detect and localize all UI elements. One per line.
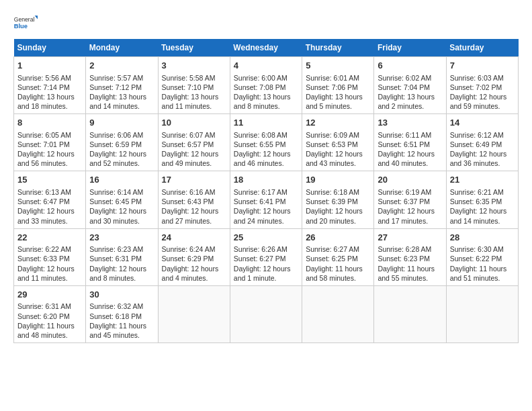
calendar-cell: 26Sunrise: 6:27 AMSunset: 6:25 PMDayligh… (302, 228, 374, 285)
day-info: Daylight: 13 hours (234, 92, 298, 101)
day-info: Sunrise: 6:07 AM (162, 130, 226, 140)
column-header-friday: Friday (374, 39, 446, 57)
day-info: Sunset: 6:20 PM (17, 312, 82, 321)
day-info: Daylight: 11 hours (89, 321, 154, 330)
column-header-saturday: Saturday (446, 39, 518, 57)
day-number: 20 (378, 174, 442, 186)
day-info: and 33 minutes. (17, 216, 82, 226)
day-info: Daylight: 12 hours (306, 206, 370, 216)
day-info: Daylight: 13 hours (89, 92, 154, 101)
day-number: 22 (17, 232, 82, 244)
day-info: and 24 minutes. (234, 216, 298, 226)
day-info: and 4 minutes. (162, 273, 226, 283)
day-info: and 48 minutes. (17, 330, 82, 340)
day-info: and 58 minutes. (306, 273, 370, 283)
day-info: Sunrise: 6:00 AM (234, 73, 298, 83)
day-info: Sunset: 6:29 PM (162, 254, 226, 263)
day-info: and 8 minutes. (89, 273, 154, 283)
day-info: Sunset: 6:33 PM (17, 254, 82, 263)
day-info: Sunset: 7:01 PM (17, 140, 82, 149)
day-info: and 14 minutes. (89, 101, 154, 111)
column-header-thursday: Thursday (302, 39, 374, 57)
day-info: Daylight: 12 hours (89, 149, 154, 158)
logo-bird-icon: General Blue (13, 13, 38, 32)
day-info: Daylight: 12 hours (89, 264, 154, 273)
day-info: Sunset: 6:53 PM (306, 140, 370, 149)
day-info: Sunrise: 6:02 AM (378, 73, 442, 83)
day-number: 29 (17, 289, 82, 301)
day-info: Sunrise: 6:21 AM (450, 187, 515, 197)
day-info: Sunrise: 6:22 AM (17, 244, 82, 254)
day-info: Sunset: 7:08 PM (234, 83, 298, 92)
day-number: 18 (234, 174, 298, 186)
day-info: Daylight: 12 hours (17, 206, 82, 216)
day-info: Daylight: 11 hours (306, 264, 370, 273)
calendar-body: 1Sunrise: 5:56 AMSunset: 7:14 PMDaylight… (14, 57, 519, 343)
day-number: 7 (450, 60, 515, 72)
day-number: 30 (89, 289, 154, 301)
day-info: Sunset: 6:57 PM (162, 140, 226, 149)
day-number: 8 (17, 117, 82, 129)
day-number: 26 (306, 232, 370, 244)
day-number: 15 (17, 174, 82, 186)
day-info: Sunrise: 6:32 AM (89, 302, 154, 311)
day-info: and 56 minutes. (17, 158, 82, 168)
day-info: and 30 minutes. (89, 216, 154, 226)
day-info: Sunrise: 6:23 AM (89, 244, 154, 254)
day-info: Sunrise: 6:24 AM (162, 244, 226, 254)
calendar-cell: 16Sunrise: 6:14 AMSunset: 6:45 PMDayligh… (86, 171, 158, 228)
day-info: and 36 minutes. (450, 158, 515, 168)
day-number: 5 (306, 60, 370, 72)
day-info: Sunrise: 6:31 AM (17, 302, 82, 311)
day-info: and 1 minute. (234, 273, 298, 283)
calendar-cell: 12Sunrise: 6:09 AMSunset: 6:53 PMDayligh… (302, 114, 374, 171)
day-info: and 14 minutes. (450, 216, 515, 226)
svg-text:Blue: Blue (14, 23, 28, 30)
day-info: Daylight: 11 hours (450, 264, 515, 273)
day-info: and 20 minutes. (306, 216, 370, 226)
day-info: Sunset: 6:43 PM (162, 197, 226, 206)
calendar-cell: 27Sunrise: 6:28 AMSunset: 6:23 PMDayligh… (374, 228, 446, 285)
day-info: Sunset: 6:31 PM (89, 254, 154, 263)
day-number: 28 (450, 232, 515, 244)
day-info: Daylight: 12 hours (234, 149, 298, 158)
day-info: Sunset: 7:10 PM (162, 83, 226, 92)
day-info: Sunset: 6:37 PM (378, 197, 442, 206)
calendar-cell (158, 285, 230, 342)
day-info: Daylight: 12 hours (378, 149, 442, 158)
day-number: 25 (234, 232, 298, 244)
day-info: Sunset: 6:27 PM (234, 254, 298, 263)
day-info: Daylight: 12 hours (162, 264, 226, 273)
day-info: Sunrise: 6:28 AM (378, 244, 442, 254)
day-info: Sunrise: 6:01 AM (306, 73, 370, 83)
day-number: 16 (89, 174, 154, 186)
calendar-cell: 2Sunrise: 5:57 AMSunset: 7:12 PMDaylight… (86, 57, 158, 114)
day-info: Sunrise: 6:05 AM (17, 130, 82, 140)
day-info: Sunset: 6:35 PM (450, 197, 515, 206)
day-info: Daylight: 12 hours (162, 206, 226, 216)
day-info: Daylight: 12 hours (306, 149, 370, 158)
day-number: 23 (89, 232, 154, 244)
day-info: and 11 minutes. (17, 273, 82, 283)
calendar-table: SundayMondayTuesdayWednesdayThursdayFrid… (13, 39, 519, 343)
calendar-cell: 29Sunrise: 6:31 AMSunset: 6:20 PMDayligh… (14, 285, 86, 342)
day-number: 14 (450, 117, 515, 129)
calendar-cell: 15Sunrise: 6:13 AMSunset: 6:47 PMDayligh… (14, 171, 86, 228)
day-info: and 17 minutes. (378, 216, 442, 226)
day-info: Sunrise: 6:30 AM (450, 244, 515, 254)
day-info: Sunrise: 5:56 AM (17, 73, 82, 83)
calendar-cell: 7Sunrise: 6:03 AMSunset: 7:02 PMDaylight… (446, 57, 518, 114)
calendar-cell: 3Sunrise: 5:58 AMSunset: 7:10 PMDaylight… (158, 57, 230, 114)
day-info: Sunset: 6:59 PM (89, 140, 154, 149)
day-info: Sunset: 6:22 PM (450, 254, 515, 263)
day-info: Daylight: 12 hours (450, 206, 515, 216)
day-number: 6 (378, 60, 442, 72)
day-info: Daylight: 13 hours (162, 92, 226, 101)
day-info: Daylight: 13 hours (17, 92, 82, 101)
day-info: Daylight: 11 hours (17, 321, 82, 330)
calendar-cell: 10Sunrise: 6:07 AMSunset: 6:57 PMDayligh… (158, 114, 230, 171)
day-info: Sunset: 6:23 PM (378, 254, 442, 263)
day-info: Sunrise: 6:14 AM (89, 187, 154, 197)
day-info: and 51 minutes. (450, 273, 515, 283)
calendar-cell: 24Sunrise: 6:24 AMSunset: 6:29 PMDayligh… (158, 228, 230, 285)
